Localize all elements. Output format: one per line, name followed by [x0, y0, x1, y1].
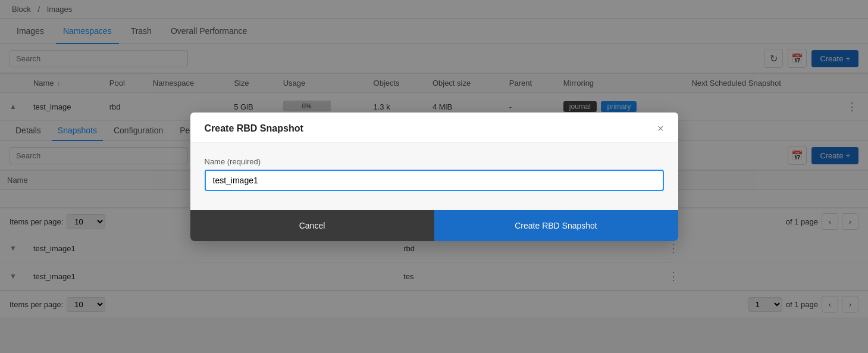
modal-header: Create RBD Snapshot ×: [190, 113, 678, 143]
cancel-button[interactable]: Cancel: [190, 210, 434, 241]
modal-footer: Cancel Create RBD Snapshot: [190, 210, 678, 241]
field-label: Name (required): [205, 157, 664, 166]
snapshot-name-input[interactable]: [205, 170, 664, 191]
confirm-create-button[interactable]: Create RBD Snapshot: [434, 210, 678, 241]
create-snapshot-modal: Create RBD Snapshot × Name (required) Ca…: [190, 113, 678, 241]
modal-title: Create RBD Snapshot: [205, 123, 303, 134]
modal-overlay: Create RBD Snapshot × Name (required) Ca…: [0, 0, 868, 317]
modal-close-button[interactable]: ×: [657, 123, 664, 134]
modal-body: Name (required): [190, 143, 678, 210]
